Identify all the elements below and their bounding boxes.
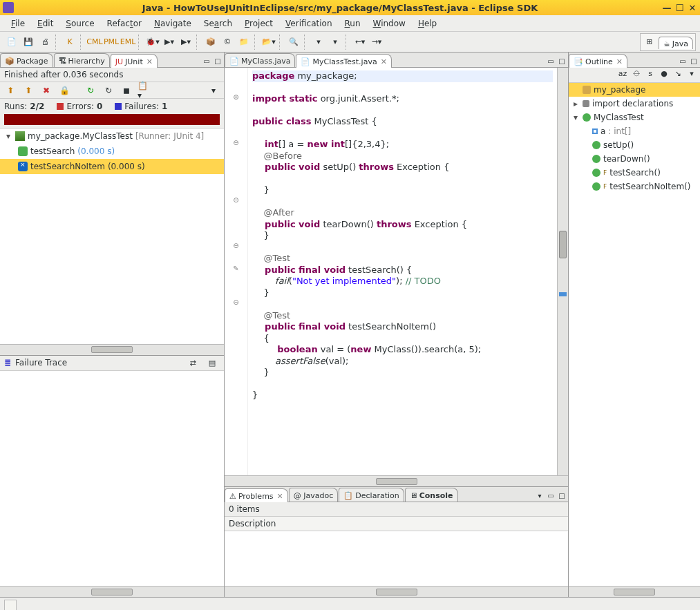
search-button[interactable]: 🔍 xyxy=(286,35,301,50)
maximize-view-icon[interactable]: □ xyxy=(213,57,223,67)
outline-imports[interactable]: ▸import declarations xyxy=(569,97,700,111)
nav1-button[interactable]: ▾ xyxy=(311,35,326,50)
nav2-button[interactable]: ▾ xyxy=(328,35,343,50)
menu-verification[interactable]: Verification xyxy=(280,17,337,30)
tab-outline[interactable]: 📑 Outline ✕ xyxy=(569,54,627,68)
hide-nonpublic-button[interactable]: ● xyxy=(659,69,670,81)
tab-problems[interactable]: ⚠ Problems ✕ xyxy=(225,488,288,502)
maximize-view-icon[interactable]: □ xyxy=(557,492,567,502)
menu-source[interactable]: Source xyxy=(60,17,100,30)
hide-static-button[interactable]: s xyxy=(645,69,656,81)
stop-button[interactable]: ◼ xyxy=(119,83,134,98)
test-row-fail[interactable]: testSearchNoItem (0.000 s) xyxy=(0,159,224,174)
back-button[interactable]: ←▾ xyxy=(352,35,368,50)
rerun-failed-button[interactable]: ↻ xyxy=(101,83,116,98)
debug-button[interactable]: 🐞▾ xyxy=(145,35,160,50)
h-scrollbar[interactable] xyxy=(0,344,224,355)
pml-icon[interactable]: PML xyxy=(104,35,119,50)
menu-help[interactable]: Help xyxy=(413,17,442,30)
close-icon[interactable]: ✕ xyxy=(277,492,283,501)
code-editor[interactable]: package my_package; import static org.ju… xyxy=(248,68,557,475)
outline-field[interactable]: a : int[] xyxy=(569,124,700,138)
new-package-button[interactable]: 📦 xyxy=(203,35,218,50)
run-button[interactable]: ▶▾ xyxy=(162,35,177,50)
hide-fields-button[interactable]: ⦵ xyxy=(631,69,642,81)
filter-button[interactable]: ▤ xyxy=(205,355,220,370)
show-failures-button[interactable]: ✖ xyxy=(39,83,54,98)
tab-package[interactable]: 📦 Package xyxy=(0,53,53,67)
perspective-java[interactable]: ☕Java xyxy=(659,37,693,49)
prev-failure-button[interactable]: ⬆ xyxy=(3,83,18,98)
tab-console[interactable]: 🖥 Console xyxy=(405,488,458,502)
minimize-view-icon[interactable]: ▭ xyxy=(202,57,211,67)
maximize-view-icon[interactable]: □ xyxy=(557,57,567,67)
minimize-view-icon[interactable]: ▭ xyxy=(546,57,556,67)
menu-refactor[interactable]: Refactor xyxy=(102,17,147,30)
minimize-view-icon[interactable]: ▭ xyxy=(678,57,688,67)
close-icon[interactable]: ✕ xyxy=(146,57,153,66)
tab-declaration[interactable]: 📋 Declaration xyxy=(339,488,404,502)
eml-icon[interactable]: EML xyxy=(120,35,135,50)
forward-button[interactable]: →▾ xyxy=(369,35,384,50)
print-button[interactable]: 🖨 xyxy=(37,35,53,50)
editor-gutter[interactable]: ⊕ ⊖ ⊖ ⊖✎ ⊖ xyxy=(225,68,248,475)
close-button[interactable]: ✕ xyxy=(688,3,697,13)
editor-body[interactable]: ⊕ ⊖ ⊖ ⊖✎ ⊖ package my_package; import st… xyxy=(225,68,568,475)
bottom-h-scrollbar[interactable] xyxy=(225,586,568,597)
show-view-button[interactable] xyxy=(4,600,17,611)
key-icon[interactable]: K xyxy=(62,35,77,50)
outline-tree[interactable]: my_package ▸import declarations ▾MyClass… xyxy=(569,83,700,586)
problems-column-header[interactable]: Description xyxy=(225,516,568,531)
editor-tab-myclasstest[interactable]: 📄 MyClassTest.java ✕ xyxy=(296,54,391,68)
run-last-button[interactable]: ▶▾ xyxy=(178,35,193,50)
history-button[interactable]: 📋▾ xyxy=(137,83,152,98)
failure-trace-body[interactable] xyxy=(0,370,224,587)
problems-body[interactable] xyxy=(225,531,568,586)
save-button[interactable]: 💾 xyxy=(21,35,36,50)
view-menu-icon[interactable]: ▾ xyxy=(535,492,545,502)
open-type-button[interactable]: 📂▾ xyxy=(261,35,276,50)
outline-package[interactable]: my_package xyxy=(569,83,700,97)
tab-javadoc[interactable]: @ Javadoc xyxy=(289,488,339,502)
new-class-button[interactable]: © xyxy=(220,35,235,50)
scroll-lock-button[interactable]: 🔒 xyxy=(57,83,72,98)
menu-run[interactable]: Run xyxy=(339,17,366,30)
new-folder-button[interactable]: 📁 xyxy=(236,35,252,50)
maximize-button[interactable]: ☐ xyxy=(674,3,684,13)
outline-class[interactable]: ▾MyClassTest xyxy=(569,111,700,124)
menu-project[interactable]: Project xyxy=(239,17,278,30)
hide-local-button[interactable]: ↘ xyxy=(672,69,683,81)
compare-button[interactable]: ⇄ xyxy=(185,355,200,370)
menu-window[interactable]: Window xyxy=(368,17,411,30)
menu-file[interactable]: File xyxy=(6,17,30,30)
tab-junit[interactable]: JU JUnit ✕ xyxy=(111,54,158,68)
test-row-pass[interactable]: testSearch (0.000 s) xyxy=(0,144,224,159)
menu-edit[interactable]: Edit xyxy=(32,17,59,30)
tab-hierarchy[interactable]: 🏗 Hierarchy xyxy=(54,53,110,67)
close-icon[interactable]: ✕ xyxy=(381,57,387,66)
minimize-view-icon[interactable]: ▭ xyxy=(546,492,556,502)
outline-method-setup[interactable]: setUp() xyxy=(569,138,700,152)
view-menu-button[interactable]: ▾ xyxy=(686,69,697,81)
open-perspective-button[interactable]: ⊞ xyxy=(642,35,657,50)
view-menu-button[interactable]: ▾ xyxy=(206,83,221,98)
menu-navigate[interactable]: Navigate xyxy=(149,17,197,30)
v-scrollbar[interactable] xyxy=(557,68,568,475)
editor-h-scrollbar[interactable] xyxy=(225,475,568,486)
outline-h-scrollbar[interactable] xyxy=(569,586,700,597)
test-suite-row[interactable]: ▾ my_package.MyClassTest [Runner: JUnit … xyxy=(0,128,224,144)
outline-method-testsearchnoitem[interactable]: FtestSearchNoItem() xyxy=(569,180,700,193)
junit-test-tree[interactable]: ▾ my_package.MyClassTest [Runner: JUnit … xyxy=(0,128,224,344)
h-scrollbar-2[interactable] xyxy=(0,586,224,597)
maximize-view-icon[interactable]: □ xyxy=(689,57,699,67)
rerun-button[interactable]: ↻ xyxy=(83,83,98,98)
close-icon[interactable]: ✕ xyxy=(616,57,623,66)
outline-method-teardown[interactable]: tearDown() xyxy=(569,152,700,166)
cml-icon[interactable]: CML xyxy=(87,35,102,50)
menu-search[interactable]: Search xyxy=(198,17,238,30)
editor-tab-myclass[interactable]: 📄 MyClass.java xyxy=(225,53,295,67)
sort-button[interactable]: aᴢ xyxy=(617,69,628,81)
next-failure-button[interactable]: ⬆ xyxy=(21,83,36,98)
minimize-button[interactable]: — xyxy=(662,3,672,13)
outline-method-testsearch[interactable]: FtestSearch() xyxy=(569,166,700,180)
